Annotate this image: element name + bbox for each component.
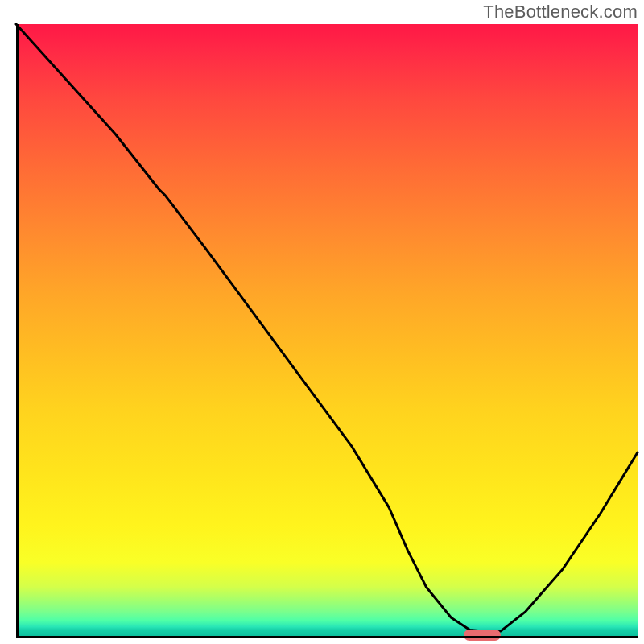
optimal-marker [464,630,501,641]
y-axis [16,24,19,636]
curve-svg [16,24,638,636]
watermark-text: TheBottleneck.com [483,2,638,23]
plot-area [16,24,638,636]
chart-container: TheBottleneck.com [0,0,644,644]
x-axis [16,636,638,638]
bottleneck-curve [16,24,638,631]
